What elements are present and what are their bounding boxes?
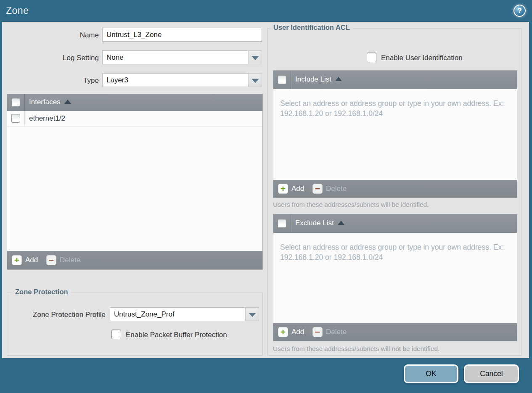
include-add-label: Add [291, 185, 304, 193]
exclude-list-grid: Exclude List Select an address or addres… [273, 214, 517, 341]
exclude-add-button[interactable]: + Add [278, 327, 304, 338]
exclude-add-label: Add [291, 328, 304, 336]
name-label: Name [25, 31, 99, 40]
packet-buffer-protection-checkbox[interactable] [111, 330, 121, 339]
name-input[interactable]: Untrust_L3_Zone [102, 28, 262, 42]
sort-ascending-icon [335, 77, 342, 81]
interfaces-add-button[interactable]: + Add [12, 255, 38, 266]
add-icon: + [278, 327, 288, 337]
chevron-down-icon [249, 313, 256, 317]
include-list-caption: Users from these addresses/subnets will … [273, 201, 429, 208]
exclude-select-all-cell [273, 214, 291, 233]
include-select-all-checkbox[interactable] [278, 75, 286, 84]
delete-icon: − [46, 255, 56, 265]
zone-protection-profile-label: Zone Protection Profile [15, 311, 106, 319]
chevron-down-icon [251, 56, 259, 60]
interfaces-column-header[interactable]: Interfaces [29, 98, 71, 106]
include-delete-button[interactable]: − Delete [312, 183, 347, 194]
interfaces-select-all-checkbox[interactable] [11, 98, 20, 107]
include-list-body[interactable]: Select an address or address group or ty… [273, 89, 517, 180]
interfaces-delete-button[interactable]: − Delete [46, 255, 80, 266]
sort-ascending-icon [64, 100, 71, 104]
user-id-acl-fieldset: User Identification ACL Enable User Iden… [267, 28, 521, 356]
log-setting-select[interactable]: None [102, 50, 248, 64]
interface-row-checkbox[interactable] [11, 114, 20, 123]
include-delete-label: Delete [326, 185, 347, 193]
exclude-list-column-header[interactable]: Exclude List [295, 219, 344, 227]
exclude-list-placeholder: Select an address or address group or ty… [280, 242, 510, 262]
interfaces-grid: Interfaces ethernet1/2 + Add − De [7, 94, 263, 270]
enable-user-identification-checkbox[interactable] [367, 53, 376, 62]
exclude-list-body[interactable]: Select an address or address group or ty… [273, 233, 517, 323]
zone-protection-profile-select[interactable]: Untrust_Zone_Prof [110, 307, 245, 321]
type-label: Type [25, 76, 99, 85]
help-icon[interactable]: ? [513, 5, 526, 17]
delete-icon: − [312, 327, 323, 337]
exclude-delete-label: Delete [326, 328, 347, 336]
include-list-grid: Include List Select an address or addres… [273, 70, 517, 198]
exclude-list-caption: Users from these addresses/subnets will … [273, 345, 439, 353]
type-dropdown-button[interactable] [248, 73, 262, 87]
add-icon: + [278, 184, 288, 194]
log-setting-dropdown-button[interactable] [248, 50, 262, 64]
interfaces-add-label: Add [25, 256, 38, 264]
interfaces-grid-body: ethernet1/2 [7, 111, 262, 251]
chevron-down-icon [251, 79, 259, 83]
log-setting-label: Log Setting [25, 54, 99, 62]
add-icon: + [12, 255, 22, 265]
interfaces-delete-label: Delete [60, 256, 80, 264]
sort-ascending-icon [338, 221, 344, 225]
interface-row-label: ethernet1/2 [29, 114, 65, 123]
packet-buffer-protection-label: Enable Packet Buffer Protection [126, 331, 227, 339]
include-select-all-cell [273, 71, 291, 89]
exclude-delete-button[interactable]: − Delete [312, 327, 347, 338]
type-select[interactable]: Layer3 [102, 73, 248, 87]
delete-icon: − [312, 184, 323, 194]
dialog-title: Zone [6, 5, 29, 16]
ok-button[interactable]: OK [404, 364, 458, 383]
exclude-list-toolbar: + Add − Delete [273, 323, 517, 341]
exclude-select-all-checkbox[interactable] [278, 219, 286, 228]
zone-protection-profile-dropdown-button[interactable] [245, 307, 259, 321]
zone-protection-legend: Zone Protection [12, 288, 71, 296]
interfaces-select-all-cell [7, 94, 25, 111]
include-add-button[interactable]: + Add [278, 183, 304, 194]
interfaces-grid-header: Interfaces [7, 94, 262, 111]
interface-row[interactable]: ethernet1/2 [7, 111, 262, 127]
cancel-button[interactable]: Cancel [464, 364, 519, 383]
include-list-placeholder: Select an address or address group or ty… [280, 98, 510, 119]
dialog-titlebar: Zone ? [0, 0, 532, 22]
dialog-body: Name Untrust_L3_Zone Log Setting None Ty… [2, 22, 529, 358]
interface-row-checkbox-cell [7, 111, 25, 126]
include-list-column-header[interactable]: Include List [295, 75, 342, 84]
include-list-header: Include List [273, 71, 517, 89]
exclude-list-header: Exclude List [273, 214, 517, 233]
interfaces-grid-toolbar: + Add − Delete [7, 251, 262, 269]
zone-dialog: Zone ? Name Untrust_L3_Zone Log Setting … [0, 0, 532, 393]
user-id-acl-legend: User Identification ACL [270, 24, 353, 32]
enable-user-identification-label: Enable User Identification [381, 54, 463, 62]
zone-protection-fieldset: Zone Protection Zone Protection Profile … [7, 293, 263, 356]
include-list-toolbar: + Add − Delete [273, 180, 517, 198]
